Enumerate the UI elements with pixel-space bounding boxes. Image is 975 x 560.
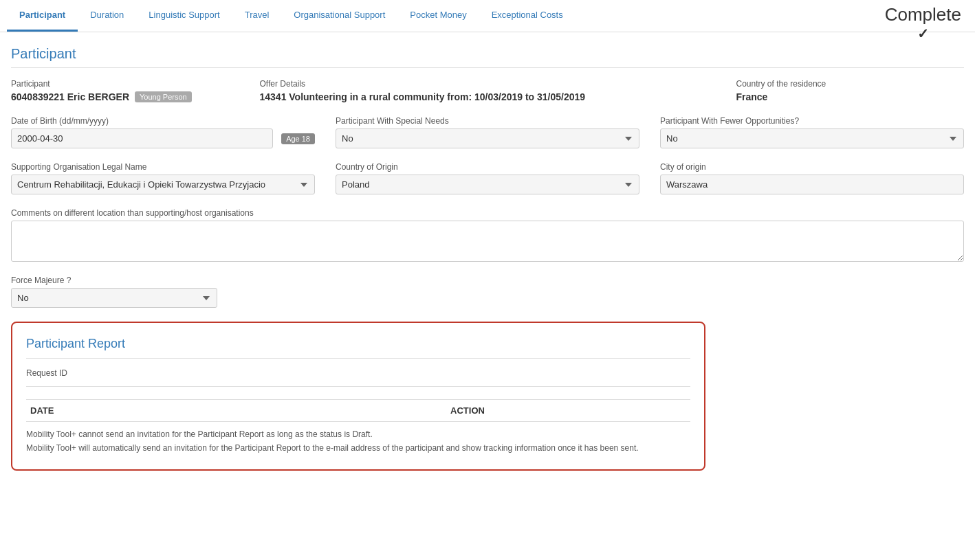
page-content: Participant Participant 6040839221 Eric … [0, 32, 975, 484]
dob-label: Date of Birth (dd/mm/yyyy) [11, 116, 315, 126]
participant-value: 6040839221 Eric BERGER Young Person [11, 91, 239, 102]
offer-details-group: Offer Details 14341 Volunteering in a ru… [260, 79, 716, 102]
tab-participant[interactable]: Participant [7, 0, 78, 32]
dob-group: Date of Birth (dd/mm/yyyy) Age 18 [11, 116, 315, 148]
city-origin-label: City of origin [660, 162, 964, 172]
tab-organisational-support[interactable]: Organisational Support [281, 0, 397, 32]
special-needs-group: Participant With Special Needs No Yes [336, 116, 639, 148]
offer-details-value: 14341 Volunteering in a rural community … [260, 91, 716, 102]
report-table-header: DATE ACTION [26, 399, 690, 422]
comments-textarea[interactable] [11, 221, 964, 262]
offer-details-label: Offer Details [260, 79, 716, 89]
tab-pocket-money[interactable]: Pocket Money [397, 0, 479, 32]
request-id-label: Request ID [26, 368, 690, 378]
tab-bar: Participant Duration Linguistic Support … [0, 0, 975, 32]
comments-label: Comments on different location than supp… [11, 208, 964, 218]
city-origin-group: City of origin [660, 162, 964, 194]
tab-linguistic-support[interactable]: Linguistic Support [136, 0, 232, 32]
form-row-3: Supporting Organisation Legal Name Centr… [11, 162, 964, 194]
tab-exceptional-costs[interactable]: Exceptional Costs [479, 0, 576, 32]
participant-group: Participant 6040839221 Eric BERGER Young… [11, 79, 239, 102]
special-needs-select[interactable]: No Yes [336, 128, 639, 148]
form-row-1: Participant 6040839221 Eric BERGER Young… [11, 79, 964, 102]
col-action-header: ACTION [249, 405, 686, 416]
country-origin-label: Country of Origin [336, 162, 639, 172]
country-residence-label: Country of the residence [736, 79, 965, 89]
age-badge: Age 18 [281, 133, 315, 144]
participant-badge: Young Person [135, 91, 192, 102]
supporting-org-group: Supporting Organisation Legal Name Centr… [11, 162, 315, 194]
participant-id: 6040839221 Eric BERGER [11, 91, 129, 102]
force-majeure-group: Force Majeure ? No Yes [11, 276, 217, 308]
tab-travel[interactable]: Travel [232, 0, 282, 32]
report-info: Mobility Tool+ cannot send an invitation… [26, 427, 690, 456]
country-origin-select[interactable]: Poland France Germany Spain [336, 175, 639, 194]
complete-status: Complete ✓ [885, 0, 961, 46]
report-divider [26, 386, 690, 387]
page-title: Participant [11, 46, 964, 68]
tab-duration[interactable]: Duration [78, 0, 136, 32]
form-row-4: Comments on different location than supp… [11, 208, 964, 262]
supporting-org-select[interactable]: Centrum Rehabilitacji, Edukacji i Opieki… [11, 175, 315, 194]
form-row-5: Force Majeure ? No Yes [11, 276, 964, 308]
dob-input[interactable] [11, 128, 273, 148]
report-info-line2: Mobility Tool+ will automatically send a… [26, 441, 690, 455]
dob-row: Age 18 [11, 128, 315, 148]
report-title: Participant Report [26, 337, 690, 359]
form-row-2: Date of Birth (dd/mm/yyyy) Age 18 Partic… [11, 116, 964, 148]
country-residence-group: Country of the residence France [736, 79, 965, 102]
complete-title: Complete [885, 4, 961, 25]
fewer-opp-label: Participant With Fewer Opportunities? [660, 116, 964, 126]
comments-group: Comments on different location than supp… [11, 208, 964, 262]
force-majeure-label: Force Majeure ? [11, 276, 217, 285]
participant-label: Participant [11, 79, 239, 89]
supporting-org-label: Supporting Organisation Legal Name [11, 162, 315, 172]
force-majeure-select[interactable]: No Yes [11, 288, 217, 308]
report-info-line1: Mobility Tool+ cannot send an invitation… [26, 427, 690, 441]
participant-report-section: Participant Report Request ID DATE ACTIO… [11, 322, 705, 471]
fewer-opp-group: Participant With Fewer Opportunities? No… [660, 116, 964, 148]
special-needs-label: Participant With Special Needs [336, 116, 639, 126]
col-date-header: DATE [30, 405, 249, 416]
fewer-opp-select[interactable]: No Yes [660, 128, 964, 148]
complete-check-icon: ✓ [917, 25, 929, 42]
city-origin-input[interactable] [660, 175, 964, 194]
country-residence-value: France [736, 91, 965, 102]
country-origin-group: Country of Origin Poland France Germany … [336, 162, 639, 194]
